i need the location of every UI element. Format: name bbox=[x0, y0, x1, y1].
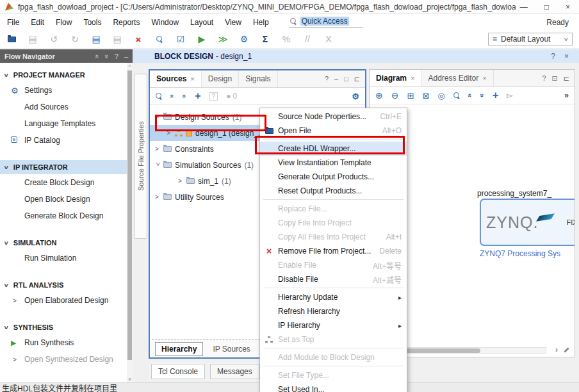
redo-icon[interactable]: ↻ bbox=[70, 34, 80, 44]
close-icon[interactable]: × bbox=[411, 74, 414, 82]
slash-icon[interactable]: // bbox=[302, 34, 313, 44]
tab-tcl-console[interactable]: Tcl Console bbox=[151, 364, 205, 379]
search-icon[interactable] bbox=[453, 92, 460, 99]
scrollbar-thumb[interactable] bbox=[127, 70, 132, 360]
help-icon[interactable]: ? bbox=[115, 53, 118, 60]
autofit-icon[interactable]: ⊠ bbox=[422, 91, 429, 101]
menu-view[interactable]: View bbox=[219, 16, 247, 29]
settings-gear-icon[interactable]: ⚙ bbox=[352, 92, 359, 101]
section-ip-integrator[interactable]: > IP INTEGRATOR bbox=[0, 160, 133, 174]
delete-icon[interactable]: × bbox=[133, 34, 143, 44]
sidebar-item-ip-catalog[interactable]: IP Catalog bbox=[0, 132, 133, 149]
menu-item-set-used-in[interactable]: Set Used In... bbox=[260, 382, 407, 392]
menu-edit[interactable]: Edit bbox=[25, 16, 50, 29]
section-rtl-analysis[interactable]: > RTL ANALYSIS bbox=[0, 278, 133, 292]
collapse-all-icon[interactable]: « bbox=[94, 54, 101, 58]
tab-ip-sources[interactable]: IP Sources bbox=[207, 343, 256, 355]
quick-access-search[interactable]: Quick Access bbox=[289, 16, 363, 28]
copy-icon[interactable]: ▤ bbox=[91, 34, 101, 44]
help-icon[interactable]: ? bbox=[551, 52, 555, 61]
undo-icon[interactable]: ↺ bbox=[49, 34, 59, 44]
scroll-right-icon[interactable]: › bbox=[555, 345, 558, 354]
menu-item-remove-file-from-project[interactable]: × Remove File from Project... Delete bbox=[260, 244, 407, 258]
collapse-all-icon[interactable]: « bbox=[168, 94, 176, 98]
zoom-fit-icon[interactable]: ⊞ bbox=[407, 91, 414, 101]
float-panel-icon[interactable]: ⊏ bbox=[354, 75, 360, 83]
settings-gear-icon[interactable]: ⚙ bbox=[239, 34, 249, 44]
sidebar-item-create-block-design[interactable]: Create Block Design bbox=[0, 174, 133, 191]
tab-diagram[interactable]: Diagram × bbox=[370, 70, 421, 86]
zoom-in-icon[interactable]: ⊕ bbox=[375, 90, 383, 101]
menu-item-create-hdl-wrapper[interactable]: Create HDL Wrapper... bbox=[260, 142, 407, 156]
overflow-icon[interactable]: » bbox=[564, 91, 569, 100]
tab-signals[interactable]: Signals bbox=[239, 70, 277, 87]
menu-help[interactable]: Help bbox=[247, 16, 275, 29]
expand-all-icon[interactable]: » bbox=[181, 94, 188, 98]
sidebar-scrollbar[interactable]: ^ v bbox=[127, 63, 133, 382]
add-ip-icon[interactable]: + bbox=[493, 90, 498, 101]
help-icon[interactable]: ? bbox=[325, 75, 329, 83]
tab-source-file-properties[interactable]: Source File Properties bbox=[134, 74, 147, 239]
menu-reports[interactable]: Reports bbox=[107, 16, 145, 29]
maximize-button[interactable]: □ bbox=[544, 3, 549, 12]
scroll-up-icon[interactable]: ^ bbox=[127, 63, 133, 69]
minimize-panel-icon[interactable]: – bbox=[124, 53, 128, 60]
search-icon[interactable] bbox=[156, 93, 162, 99]
sidebar-item-add-sources[interactable]: Add Sources bbox=[0, 99, 133, 115]
cancel-icon[interactable]: X bbox=[323, 34, 334, 44]
menu-layout[interactable]: Layout bbox=[184, 16, 219, 29]
run-icon[interactable]: ▶ bbox=[197, 34, 207, 44]
minimize-panel-icon[interactable]: – bbox=[334, 75, 338, 83]
minimize-button[interactable]: — bbox=[520, 3, 528, 12]
pen-icon[interactable] bbox=[564, 347, 569, 352]
tab-messages[interactable]: Messages bbox=[210, 364, 259, 379]
save-icon[interactable]: ▤ bbox=[28, 34, 38, 44]
paste-icon[interactable]: ▤ bbox=[112, 34, 122, 44]
find-icon[interactable] bbox=[154, 34, 165, 44]
sidebar-item-run-simulation[interactable]: Run Simulation bbox=[0, 250, 133, 266]
section-synthesis[interactable]: > SYNTHESIS bbox=[0, 320, 133, 334]
tab-address-editor[interactable]: Address Editor × bbox=[421, 70, 493, 86]
menu-window[interactable]: Window bbox=[145, 16, 184, 29]
percent-icon[interactable]: % bbox=[281, 34, 291, 44]
float-panel-icon[interactable]: ⊏ bbox=[564, 74, 569, 83]
zynq-processing-block[interactable]: ZYNQ. FIXE bbox=[480, 199, 575, 246]
menu-item-hierarchy-update[interactable]: Hierarchy Update ▸ bbox=[260, 290, 407, 304]
question-box-icon[interactable]: ? bbox=[209, 92, 218, 101]
menu-item-disable-file[interactable]: Disable File Alt+减号 bbox=[260, 272, 407, 286]
menu-file[interactable]: File bbox=[1, 16, 25, 29]
sidebar-item-open-elaborated-design[interactable]: > Open Elaborated Design bbox=[0, 292, 133, 309]
scroll-down-icon[interactable]: v bbox=[127, 376, 133, 382]
layout-selector[interactable]: ≡ Default Layout > bbox=[488, 33, 573, 45]
target-icon[interactable]: ◎ bbox=[437, 91, 444, 101]
cursor-icon[interactable]: ▻ bbox=[507, 91, 512, 100]
menu-tools[interactable]: Tools bbox=[77, 16, 107, 29]
validate-icon[interactable]: ☑ bbox=[175, 34, 186, 44]
close-button[interactable]: × bbox=[566, 3, 570, 12]
sidebar-item-generate-block-design[interactable]: Generate Block Design bbox=[0, 208, 133, 224]
menu-item-open-file[interactable]: Open File Alt+O bbox=[260, 124, 407, 138]
sidebar-item-settings[interactable]: ⚙ Settings bbox=[0, 82, 133, 99]
sidebar-item-language-templates[interactable]: Language Templates bbox=[0, 115, 133, 132]
expand-all-icon[interactable]: » bbox=[103, 54, 111, 58]
sidebar-item-open-block-design[interactable]: Open Block Design bbox=[0, 191, 133, 208]
menu-item-ip-hierarchy[interactable]: IP Hierarchy ▸ bbox=[260, 318, 407, 332]
menu-item-source-node-properties[interactable]: Source Node Properties... Ctrl+E bbox=[260, 110, 407, 124]
step-icon[interactable]: ≫ bbox=[218, 34, 228, 44]
sidebar-item-open-synthesized-design[interactable]: > Open Synthesized Design bbox=[0, 351, 133, 368]
menu-item-refresh-hierarchy[interactable]: Refresh Hierarchy bbox=[260, 304, 407, 318]
restore-panel-icon[interactable]: ⊡ bbox=[552, 74, 558, 83]
tab-hierarchy[interactable]: Hierarchy bbox=[155, 342, 203, 356]
expand-all-icon[interactable]: » bbox=[478, 94, 486, 97]
close-panel-icon[interactable]: × bbox=[564, 52, 569, 61]
tab-design[interactable]: Design bbox=[202, 70, 239, 87]
section-project-manager[interactable]: > PROJECT MANAGER bbox=[0, 68, 133, 82]
add-sources-icon[interactable]: + bbox=[195, 90, 200, 102]
tab-sources[interactable]: Sources × bbox=[150, 70, 202, 87]
close-icon[interactable]: × bbox=[482, 74, 486, 82]
menu-item-generate-output-products[interactable]: Generate Output Products... bbox=[260, 170, 407, 184]
open-project-icon[interactable] bbox=[6, 34, 17, 44]
help-icon[interactable]: ? bbox=[542, 74, 546, 83]
menu-item-reset-output-products[interactable]: Reset Output Products... bbox=[260, 184, 407, 198]
sum-icon[interactable]: Σ bbox=[260, 34, 270, 44]
